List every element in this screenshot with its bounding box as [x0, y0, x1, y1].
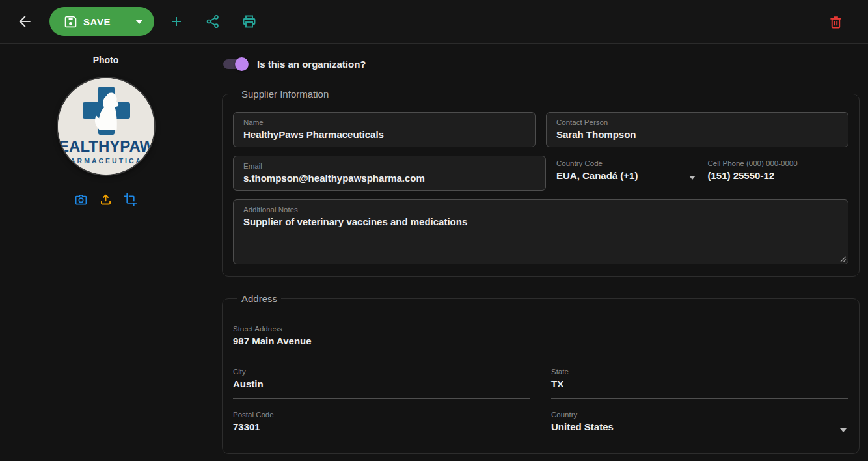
name-field[interactable]: Name HealthyPaws Pharmaceuticals: [233, 112, 536, 147]
logo-wordmark: HEALTHYPAWS: [58, 137, 154, 155]
country-code-value: EUA, Canadá (+1): [556, 169, 698, 182]
city-value: Austin: [233, 378, 530, 390]
name-field-value: HealthyPaws Pharmaceuticals: [243, 128, 525, 141]
photo-label: Photo: [93, 55, 119, 65]
postal-code-field[interactable]: Postal Code 73301: [233, 404, 530, 441]
crop-icon: [124, 193, 137, 206]
email-field[interactable]: Email s.thompson@healthypawspharma.com: [233, 156, 546, 191]
logo-subtext: PHARMACEUTICALS: [58, 157, 154, 165]
chevron-down-icon: [840, 428, 847, 432]
save-floppy-icon: [64, 15, 77, 29]
postal-country-row: Postal Code 73301 Country United States: [233, 404, 848, 441]
country-code-label: Country Code: [556, 159, 698, 168]
photo-panel: Photo HEALTHYPAWS PHARMACEUTICALS: [0, 44, 211, 461]
delete-button[interactable]: [821, 7, 850, 36]
dropdown-caret-icon: [135, 20, 143, 24]
postal-code-value: 73301: [233, 421, 530, 433]
print-button[interactable]: [235, 7, 264, 36]
resize-handle-icon[interactable]: [840, 256, 847, 262]
save-button[interactable]: SAVE: [49, 7, 124, 36]
country-label: Country: [551, 410, 848, 419]
back-button[interactable]: [10, 7, 39, 36]
city-field[interactable]: City Austin: [233, 361, 530, 399]
street-address-field[interactable]: Street Address 987 Main Avenue: [233, 318, 848, 356]
country-code-select[interactable]: Country Code EUA, Canadá (+1): [556, 156, 698, 189]
address-legend: Address: [237, 293, 281, 304]
organization-toggle[interactable]: [223, 59, 247, 69]
supplier-information-section: Supplier Information Name HealthyPaws Ph…: [222, 89, 860, 277]
city-label: City: [233, 367, 530, 376]
chevron-down-icon: [689, 176, 696, 180]
contact-person-field-label: Contact Person: [556, 118, 838, 127]
organization-toggle-label: Is this an organization?: [257, 59, 366, 70]
upload-photo-button[interactable]: [98, 191, 115, 208]
cell-phone-label: Cell Phone (000) 000-0000: [708, 159, 849, 168]
save-split-button: SAVE: [49, 7, 154, 36]
share-button[interactable]: [198, 7, 227, 36]
add-button[interactable]: [162, 7, 191, 36]
form-panel: Is this an organization? Supplier Inform…: [211, 44, 868, 461]
street-row: Street Address 987 Main Avenue: [233, 318, 848, 356]
postal-code-label: Postal Code: [233, 410, 530, 419]
state-field[interactable]: State TX: [551, 361, 848, 399]
phone-group: Country Code EUA, Canadá (+1) Cell Phone…: [556, 156, 848, 189]
camera-icon: [74, 193, 88, 206]
supplier-logo-avatar[interactable]: HEALTHYPAWS PHARMACEUTICALS: [58, 78, 154, 175]
country-value: United States: [551, 421, 848, 433]
organization-toggle-row: Is this an organization?: [222, 55, 860, 72]
save-options-button[interactable]: [124, 7, 154, 36]
back-arrow-icon: [16, 13, 33, 30]
state-value: TX: [551, 378, 848, 390]
crop-photo-button[interactable]: [122, 191, 139, 208]
state-label: State: [551, 367, 848, 376]
cell-phone-field[interactable]: Cell Phone (000) 000-0000 (151) 25550-12: [708, 156, 849, 189]
email-field-value: s.thompson@healthypawspharma.com: [243, 172, 536, 184]
additional-notes-field[interactable]: Additional Notes Supplier of veterinary …: [233, 199, 848, 264]
add-icon: [169, 14, 184, 29]
email-field-label: Email: [243, 161, 536, 171]
supplier-information-legend: Supplier Information: [237, 89, 332, 100]
delete-icon: [828, 14, 843, 29]
upload-icon: [99, 193, 113, 206]
name-field-label: Name: [243, 118, 525, 127]
country-select[interactable]: Country United States: [551, 404, 848, 441]
additional-notes-value: Supplier of veterinary vaccines and medi…: [243, 216, 838, 228]
contact-person-field[interactable]: Contact Person Sarah Thompson: [546, 112, 848, 147]
street-address-value: 987 Main Avenue: [233, 335, 848, 347]
print-icon: [241, 14, 257, 29]
city-state-row: City Austin State TX: [233, 361, 848, 399]
share-icon: [205, 14, 221, 29]
healthypaws-logo: HEALTHYPAWS PHARMACEUTICALS: [58, 78, 154, 175]
take-photo-button[interactable]: [73, 191, 90, 208]
save-button-label: SAVE: [83, 16, 111, 27]
contact-person-field-value: Sarah Thompson: [556, 128, 838, 141]
address-section: Address Street Address 987 Main Avenue C…: [222, 293, 860, 454]
cell-phone-value: (151) 25550-12: [708, 169, 849, 182]
email-phone-row: Email s.thompson@healthypawspharma.com C…: [233, 156, 848, 191]
photo-actions: [73, 191, 139, 208]
additional-notes-label: Additional Notes: [243, 205, 838, 214]
main-content: Photo HEALTHYPAWS PHARMACEUTICALS: [0, 44, 868, 461]
street-address-label: Street Address: [233, 324, 848, 333]
toolbar: SAVE: [0, 0, 868, 44]
notes-row: Additional Notes Supplier of veterinary …: [233, 199, 848, 264]
toggle-knob-icon: [235, 57, 249, 71]
name-contact-row: Name HealthyPaws Pharmaceuticals Contact…: [233, 112, 848, 147]
